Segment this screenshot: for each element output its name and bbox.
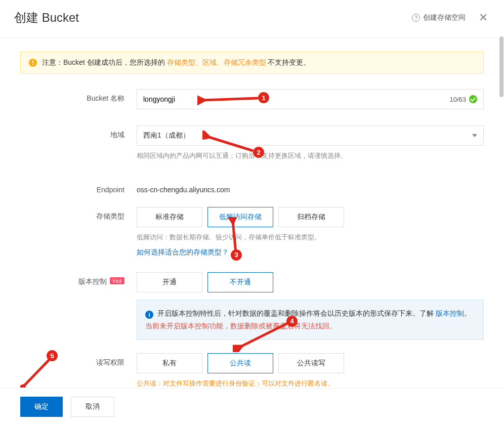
storage-type-hint: 低频访问：数据长期存储、较少访问，存储单价低于标准类型。	[137, 232, 484, 243]
dialog-footer: 确定 取消	[0, 388, 504, 425]
bucket-name-input-wrap: 10/63	[137, 89, 484, 109]
row-acl: 读写权限 私有 公共读 公共读写 公共读：对文件写操作需要进行身份验证；可以对文…	[20, 353, 484, 388]
versioning-doc-link[interactable]: 版本控制	[436, 309, 464, 317]
storage-option-standard[interactable]: 标准存储	[137, 207, 202, 227]
storage-option-archive[interactable]: 归档存储	[278, 207, 344, 227]
acl-option-public-rw[interactable]: 公共读写	[278, 353, 344, 373]
region-selected-value: 西南1（成都）	[143, 131, 190, 140]
storage-option-ia[interactable]: 低频访问存储	[207, 207, 273, 227]
dialog-body: ! 注意：Bucket 创建成功后，您所选择的 存储类型、区域、存储冗余类型 不…	[0, 33, 504, 388]
row-endpoint: Endpoint oss-cn-chengdu.aliyuncs.com	[20, 181, 484, 194]
dialog-title: 创建 Bucket	[14, 10, 79, 26]
acl-hint: 公共读：对文件写操作需要进行身份验证；可以对文件进行匿名读。	[137, 378, 484, 388]
region-select[interactable]: 西南1（成都）	[137, 125, 484, 146]
annotation-badge-2: 2	[253, 147, 264, 158]
acl-options: 私有 公共读 公共读写	[137, 353, 484, 373]
versioning-info: i开启版本控制特性后，针对数据的覆盖和删除操作将会以历史版本的形式保存下来。了解…	[137, 300, 484, 340]
bucket-name-input[interactable]	[143, 95, 449, 103]
annotation-badge-3: 3	[231, 249, 242, 261]
hot-badge: Hot	[110, 277, 124, 284]
scrollbar-thumb[interactable]	[499, 36, 503, 97]
acl-option-public-read[interactable]: 公共读	[207, 353, 273, 373]
check-icon	[469, 95, 477, 103]
bucket-name-counter: 10/63	[449, 96, 466, 103]
acl-option-private[interactable]: 私有	[137, 353, 202, 373]
help-link-label: 创建存储空间	[423, 13, 466, 22]
close-icon[interactable]: ✕	[477, 9, 490, 26]
region-hint: 相同区域内的产品内网可以互通；订购后不支持更换区域，请谨慎选择。	[137, 151, 484, 161]
row-storage-type: 存储类型 标准存储 低频访问存储 归档存储 低频访问：数据长期存储、较少访问，存…	[20, 207, 484, 257]
help-link[interactable]: ? 创建存储空间	[412, 13, 466, 22]
versioning-option-disable[interactable]: 不开通	[207, 272, 273, 292]
label-storage-type: 存储类型	[20, 207, 137, 257]
cancel-button[interactable]: 取消	[71, 397, 114, 417]
annotation-badge-1: 1	[258, 92, 269, 103]
row-region: 地域 西南1（成都） 相同区域内的产品内网可以互通；订购后不支持更换区域，请谨慎…	[20, 125, 484, 161]
versioning-warning: 当前未开启版本控制功能，数据删除或被覆盖后将无法找回。	[145, 322, 337, 330]
chevron-down-icon	[472, 134, 477, 137]
warning-icon: !	[29, 59, 37, 67]
label-acl: 读写权限	[20, 353, 137, 388]
notice-text: 注意：Bucket 创建成功后，您所选择的 存储类型、区域、存储冗余类型 不支持…	[42, 58, 310, 67]
dialog-header: 创建 Bucket ? 创建存储空间 ✕	[0, 0, 504, 38]
annotation-badge-4: 4	[286, 316, 298, 327]
label-bucket-name: Bucket 名称	[20, 89, 137, 109]
annotation-badge-5: 5	[47, 350, 58, 361]
versioning-options: 开通 不开通	[137, 272, 484, 292]
row-bucket-name: Bucket 名称 10/63 1	[20, 89, 484, 109]
row-versioning: 版本控制Hot 开通 不开通 i开启版本控制特性后，针对数据的覆盖和删除操作将会…	[20, 272, 484, 340]
confirm-button[interactable]: 确定	[20, 397, 63, 417]
storage-type-help-link[interactable]: 如何选择适合您的存储类型？	[137, 248, 229, 256]
label-region: 地域	[20, 125, 137, 161]
versioning-option-enable[interactable]: 开通	[137, 272, 202, 292]
info-icon: i	[145, 311, 153, 319]
endpoint-value: oss-cn-chengdu.aliyuncs.com	[137, 181, 484, 194]
label-endpoint: Endpoint	[20, 181, 137, 194]
storage-type-options: 标准存储 低频访问存储 归档存储	[137, 207, 484, 227]
question-icon: ?	[412, 14, 420, 22]
label-versioning: 版本控制Hot	[20, 272, 137, 340]
notice-banner: ! 注意：Bucket 创建成功后，您所选择的 存储类型、区域、存储冗余类型 不…	[20, 52, 484, 74]
